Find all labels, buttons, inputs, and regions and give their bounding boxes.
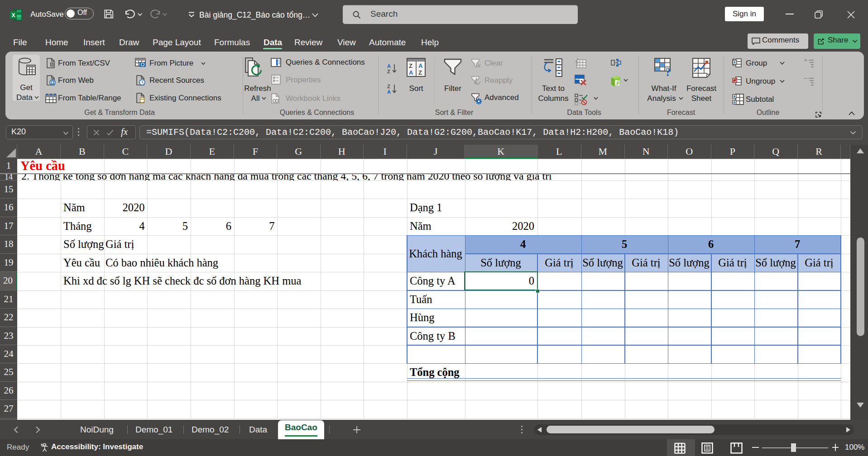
svg-text:X: X [11,12,15,19]
svg-text:A: A [387,89,391,95]
svg-text:?: ? [665,66,671,78]
svg-text:A: A [409,69,413,76]
svg-text:A: A [387,63,391,69]
svg-text:Z: Z [387,69,390,74]
svg-text:Z: Z [387,84,390,89]
svg-text:Z: Z [418,69,422,76]
svg-text:A: A [418,62,423,69]
svg-text:J: J [616,81,618,86]
svg-text:Z: Z [409,62,412,69]
